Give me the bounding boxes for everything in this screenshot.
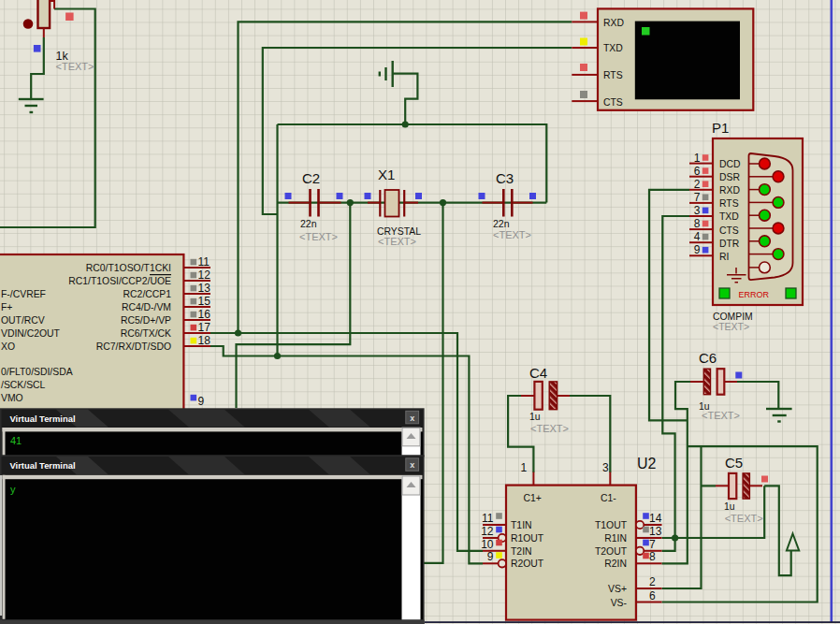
svg-text:VS-: VS- (611, 598, 627, 608)
svg-text:C1+: C1+ (524, 493, 542, 503)
svg-text:C5: C5 (725, 455, 743, 471)
svg-text:15: 15 (198, 295, 211, 308)
svg-text:RI: RI (719, 252, 729, 262)
svg-text:22n: 22n (493, 218, 510, 229)
svg-text:3: 3 (602, 461, 609, 474)
svg-text:8: 8 (649, 550, 656, 563)
svg-text:x: x (410, 414, 414, 423)
svg-text:7: 7 (694, 191, 701, 204)
svg-text:Virtual Terminal: Virtual Terminal (10, 414, 76, 424)
svg-text:VS+: VS+ (608, 584, 627, 594)
svg-text:<TEXT>: <TEXT> (725, 513, 763, 524)
svg-text:XO: XO (1, 341, 15, 352)
svg-text:C6: C6 (699, 350, 717, 366)
svg-text:4: 4 (694, 230, 701, 243)
svg-text:R2OUT: R2OUT (511, 559, 544, 569)
svg-text:9: 9 (198, 395, 205, 408)
svg-text:0/FLT0/SDI/SDA: 0/FLT0/SDI/SDA (1, 367, 73, 377)
svg-text:7: 7 (649, 538, 656, 551)
svg-text:RTS: RTS (719, 198, 739, 209)
svg-text:C1-: C1- (601, 493, 616, 503)
svg-text:1u: 1u (529, 412, 541, 422)
svg-text:OUT/RCV: OUT/RCV (1, 315, 45, 326)
svg-text:U2: U2 (637, 456, 657, 472)
svg-text:RC5/D+/VP: RC5/D+/VP (121, 315, 171, 326)
svg-text:<TEXT>: <TEXT> (702, 410, 740, 421)
svg-text:9: 9 (694, 243, 701, 256)
svg-text:<TEXT>: <TEXT> (56, 61, 94, 72)
svg-text:1u: 1u (724, 501, 735, 512)
svg-text:16: 16 (198, 308, 211, 321)
svg-text:12: 12 (481, 525, 494, 538)
svg-text:RC0/T1OSO/T1CKI: RC0/T1OSO/T1CKI (86, 263, 171, 273)
svg-text:RC2/CCP1: RC2/CCP1 (123, 289, 172, 299)
svg-text:CTS: CTS (719, 225, 739, 236)
svg-text:1: 1 (694, 152, 701, 165)
svg-text:9: 9 (487, 550, 494, 563)
svg-text:12: 12 (198, 268, 211, 282)
svg-text:T2IN: T2IN (511, 546, 532, 557)
svg-text:RC1/T1OSI/CCP2/UOE: RC1/T1OSI/CCP2/UOE (68, 276, 171, 286)
svg-text:R1IN: R1IN (604, 533, 627, 544)
svg-text:VDIN/C2OUT: VDIN/C2OUT (1, 328, 61, 339)
svg-text:6: 6 (694, 165, 701, 178)
svg-text:Virtual Terminal: Virtual Terminal (10, 460, 76, 471)
svg-text:F+: F+ (1, 302, 12, 312)
svg-text:RC4/D-/VM: RC4/D-/VM (122, 302, 171, 312)
svg-text:COMPIM: COMPIM (713, 312, 753, 322)
svg-text:VMO: VMO (1, 393, 23, 403)
svg-text:x: x (410, 460, 414, 470)
svg-text:T2OUT: T2OUT (595, 546, 628, 557)
svg-text:C2: C2 (302, 170, 320, 186)
svg-text:C3: C3 (496, 170, 514, 186)
svg-text:1: 1 (521, 461, 528, 474)
svg-text:R2IN: R2IN (604, 559, 627, 569)
svg-text:P1: P1 (712, 120, 729, 136)
svg-text:<TEXT>: <TEXT> (493, 229, 531, 240)
svg-text:DSR: DSR (719, 172, 740, 182)
svg-text:<TEXT>: <TEXT> (713, 321, 749, 332)
svg-text:<TEXT>: <TEXT> (378, 236, 416, 247)
svg-text:/SCK/SCL: /SCK/SCL (1, 380, 46, 390)
svg-text:2: 2 (649, 575, 656, 588)
svg-text:22n: 22n (300, 218, 317, 229)
svg-text:2: 2 (694, 178, 701, 191)
svg-text:F-/CVREF: F-/CVREF (1, 289, 46, 299)
svg-text:RXD: RXD (719, 185, 740, 196)
svg-text:17: 17 (198, 321, 211, 334)
svg-text:8: 8 (694, 217, 701, 230)
svg-text:10: 10 (481, 538, 494, 551)
svg-text:13: 13 (198, 282, 211, 295)
svg-text:ERROR: ERROR (739, 290, 770, 299)
svg-text:11: 11 (198, 255, 210, 268)
svg-text:18: 18 (198, 334, 211, 347)
svg-text:y: y (10, 484, 16, 495)
svg-text:DTR: DTR (719, 239, 740, 249)
svg-text:<TEXT>: <TEXT> (530, 423, 569, 434)
svg-text:RC7/RX/DT/SDO: RC7/RX/DT/SDO (96, 341, 171, 352)
svg-text:11: 11 (482, 512, 494, 525)
svg-text:X1: X1 (378, 167, 395, 182)
svg-text:3: 3 (694, 204, 701, 217)
svg-text:RXD: RXD (603, 18, 624, 28)
svg-text:DCD: DCD (719, 159, 741, 169)
svg-text:R1OUT: R1OUT (511, 533, 544, 544)
svg-text:TXD: TXD (603, 43, 623, 53)
svg-text:CTS: CTS (603, 97, 623, 108)
svg-text:6: 6 (649, 589, 656, 602)
svg-text:<TEXT>: <TEXT> (299, 231, 338, 242)
svg-text:13: 13 (649, 525, 662, 538)
svg-text:T1IN: T1IN (511, 520, 532, 530)
svg-text:RC6/TX/CK: RC6/TX/CK (121, 328, 171, 339)
svg-text:41: 41 (10, 435, 22, 446)
svg-text:RTS: RTS (603, 70, 623, 80)
svg-text:14: 14 (649, 512, 662, 525)
svg-text:C4: C4 (529, 365, 547, 381)
svg-text:T1OUT: T1OUT (595, 520, 628, 530)
svg-text:TXD: TXD (719, 211, 739, 222)
